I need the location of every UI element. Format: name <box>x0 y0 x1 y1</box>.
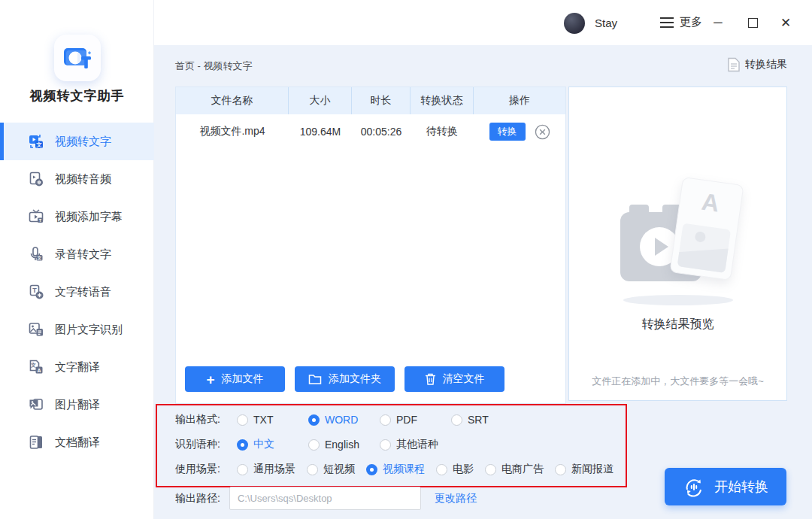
video-add-subtitle-icon: T <box>27 208 45 226</box>
table-row: 视频文件.mp4 109.64M 00:05:26 待转换 转换 <box>176 114 565 149</box>
minimize-button[interactable]: ─ <box>701 0 735 45</box>
doc-translate-icon <box>27 433 45 451</box>
text-to-speech-icon: T <box>27 283 45 301</box>
radio-icon <box>307 464 318 475</box>
svg-text:T: T <box>32 287 37 294</box>
maximize-button[interactable] <box>736 0 769 45</box>
output-format-label: 输出格式: <box>175 413 237 426</box>
sidebar-item-text-translate[interactable]: 文 A 文字翻译 <box>0 348 154 386</box>
results-link-label: 转换结果 <box>745 58 787 71</box>
svg-text:文: 文 <box>37 255 42 260</box>
plus-icon: + <box>206 372 214 387</box>
table-header: 文件名称 大小 时长 转换状态 操作 <box>176 87 565 114</box>
sidebar-item-label: 图片文字识别 <box>55 323 123 337</box>
sidebar-item-audio-to-text[interactable]: 文 录音转文字 <box>0 235 154 273</box>
column-header-filename: 文件名称 <box>176 87 289 114</box>
svg-text:文: 文 <box>35 141 42 148</box>
radio-txt[interactable]: TXT <box>237 414 308 426</box>
document-icon <box>727 57 741 72</box>
column-header-duration: 时长 <box>352 87 411 114</box>
radio-ecommerce-ad[interactable]: 电商广告 <box>485 463 544 476</box>
sidebar: 视频转文字助手 文 视频转文字 <box>0 0 154 519</box>
file-duration: 00:05:26 <box>352 126 411 138</box>
radio-icon <box>237 464 248 475</box>
sidebar-item-video-to-text[interactable]: 文 视频转文字 <box>0 123 154 160</box>
output-format-row: 输出格式: TXT WORD PDF SRT <box>175 413 523 426</box>
radio-other-language[interactable]: 其他语种 <box>380 438 451 451</box>
preview-title: 转换结果预览 <box>569 317 786 332</box>
radio-icon <box>237 414 248 426</box>
radio-icon <box>555 464 566 475</box>
add-file-label: 添加文件 <box>222 372 264 386</box>
file-name: 视频文件.mp4 <box>176 125 289 138</box>
file-size: 109.64M <box>289 126 352 138</box>
app-logo <box>0 35 154 84</box>
main-content: 首页 - 视频转文字 转换结果 文件名称 大小 时长 转换状态 操作 视频文件.… <box>154 45 812 519</box>
sidebar-item-image-ocr[interactable]: 图片文字识别 <box>0 311 154 348</box>
radio-icon <box>308 439 320 451</box>
sidebar-item-label: 文档翻译 <box>55 436 100 450</box>
remove-file-icon[interactable] <box>535 124 550 140</box>
radio-news-report[interactable]: 新闻报道 <box>555 463 614 476</box>
sidebar-item-label: 视频转音频 <box>55 172 111 187</box>
output-path-input[interactable] <box>229 487 421 510</box>
sidebar-item-doc-translate[interactable]: 文档翻译 <box>0 423 154 461</box>
radio-srt[interactable]: SRT <box>451 414 523 426</box>
output-path-row: 输出路径: 更改路径 <box>175 487 477 510</box>
radio-video-course[interactable]: 视频课程 <box>366 463 425 476</box>
close-button[interactable]: ✕ <box>769 0 802 45</box>
sidebar-menu: 文 视频转文字 视频转音频 <box>0 123 154 461</box>
avatar[interactable] <box>564 13 585 34</box>
topbar: Stay 更多 ─ ✕ <box>154 0 812 45</box>
radio-icon <box>380 414 391 426</box>
image-translate-icon <box>27 396 45 414</box>
maximize-icon <box>748 18 758 28</box>
sidebar-item-text-to-speech[interactable]: T 文字转语音 <box>0 273 154 311</box>
start-convert-button[interactable]: 开始转换 <box>665 468 786 505</box>
sidebar-item-label: 图片翻译 <box>55 398 100 412</box>
radio-english[interactable]: English <box>308 439 380 451</box>
convert-button[interactable]: 转换 <box>489 123 526 141</box>
radio-selected-icon <box>237 439 248 451</box>
radio-icon <box>485 464 496 475</box>
app-logo-icon <box>54 35 101 81</box>
radio-pdf[interactable]: PDF <box>380 414 451 426</box>
clear-files-button[interactable]: 清空文件 <box>404 366 504 392</box>
text-translate-icon: 文 A <box>27 358 45 376</box>
preview-panel: A 转换结果预览 文件正在添加中，大文件要多等一会哦~ <box>568 86 787 401</box>
convert-icon <box>683 475 705 498</box>
radio-icon <box>380 439 391 451</box>
output-path-label: 输出路径: <box>175 492 220 505</box>
add-folder-button[interactable]: 添加文件夹 <box>295 366 395 392</box>
scene-label: 使用场景: <box>175 463 237 476</box>
more-label: 更多 <box>680 15 702 29</box>
sidebar-item-image-translate[interactable]: 图片翻译 <box>0 386 154 423</box>
more-menu-button[interactable]: 更多 <box>660 15 702 29</box>
svg-text:文: 文 <box>30 362 36 368</box>
sidebar-item-video-add-subtitle[interactable]: T 视频添加字幕 <box>0 198 154 235</box>
radio-short-video[interactable]: 短视频 <box>307 463 355 476</box>
hamburger-icon <box>660 17 674 28</box>
conversion-results-button[interactable]: 转换结果 <box>727 57 787 72</box>
trash-icon <box>425 373 436 385</box>
language-row: 识别语种: 中文 English 其他语种 <box>175 438 451 451</box>
add-file-button[interactable]: + 添加文件 <box>185 366 285 392</box>
radio-chinese[interactable]: 中文 <box>237 438 308 451</box>
file-list-panel: 文件名称 大小 时长 转换状态 操作 视频文件.mp4 109.64M 00:0… <box>175 86 566 404</box>
radio-icon <box>436 464 447 475</box>
radio-selected-icon <box>366 464 377 475</box>
sidebar-item-label: 文字翻译 <box>55 360 100 375</box>
change-path-link[interactable]: 更改路径 <box>435 492 477 505</box>
folder-icon <box>308 374 322 385</box>
radio-movie[interactable]: 电影 <box>436 463 474 476</box>
preview-hint: 文件正在添加中，大文件要多等一会哦~ <box>569 375 786 388</box>
start-convert-label: 开始转换 <box>714 478 768 496</box>
audio-to-text-icon: 文 <box>27 245 45 263</box>
sidebar-item-label: 视频添加字幕 <box>55 210 123 224</box>
sidebar-item-video-to-audio[interactable]: 视频转音频 <box>0 160 154 198</box>
add-folder-label: 添加文件夹 <box>329 372 381 386</box>
sidebar-item-label: 视频转文字 <box>55 135 111 149</box>
radio-word[interactable]: WORD <box>308 414 380 426</box>
column-header-operation: 操作 <box>474 87 565 114</box>
radio-general-scene[interactable]: 通用场景 <box>237 463 295 476</box>
